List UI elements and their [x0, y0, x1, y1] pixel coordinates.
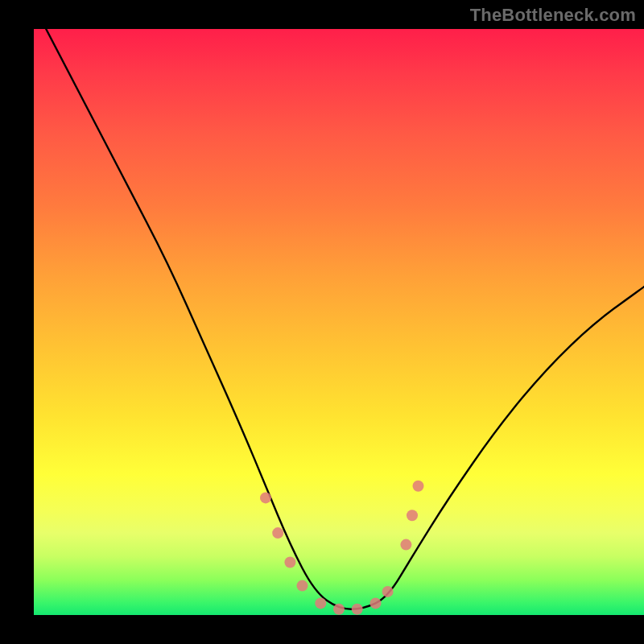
marker-dot: [400, 539, 411, 551]
marker-cluster: [260, 481, 424, 615]
marker-dot: [407, 510, 418, 521]
marker-dot: [272, 527, 283, 539]
chart-svg: [34, 29, 644, 615]
marker-dot: [333, 604, 345, 615]
marker-dot: [297, 580, 308, 592]
marker-dot: [260, 492, 271, 503]
watermark-text: TheBottleneck.com: [470, 5, 636, 26]
plot-area: [34, 29, 644, 615]
marker-dot: [382, 586, 394, 597]
marker-dot: [352, 604, 363, 615]
curve-path: [46, 29, 644, 609]
marker-dot: [370, 597, 382, 609]
bottleneck-curve: [46, 29, 644, 609]
chart-frame: TheBottleneck.com: [0, 0, 644, 644]
marker-dot: [315, 597, 326, 609]
marker-dot: [284, 557, 295, 568]
marker-dot: [413, 481, 424, 492]
